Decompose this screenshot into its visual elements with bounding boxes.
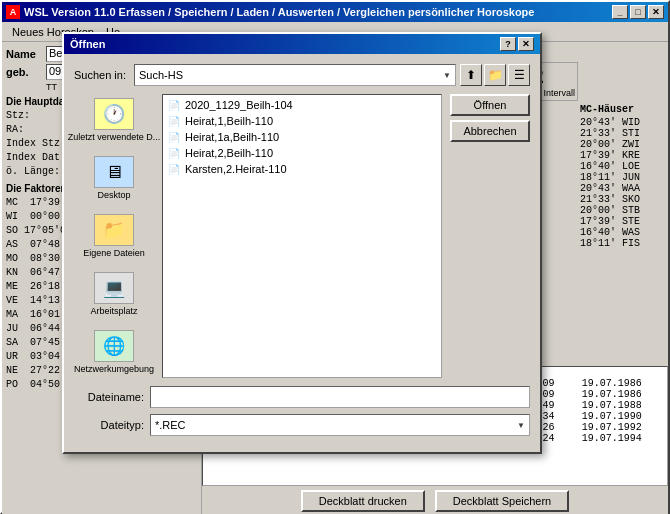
file-item-0[interactable]: 📄 2020_1129_Beilh-104 — [165, 97, 439, 113]
file-icon-2: 📄 — [167, 130, 181, 144]
mc-item-1: 21°33' STI — [580, 128, 666, 139]
dialog-main-area: 🕐 Zuletzt verwendete D... 🖥 Desktop 📁 Ei… — [74, 94, 530, 378]
print-button[interactable]: Deckblatt drucken — [301, 490, 425, 512]
dateityp-arrow: ▼ — [517, 421, 525, 430]
dialog-title-bar: Öffnen ? ✕ — [64, 34, 540, 54]
mc-item-11: 18°11' FIS — [580, 238, 666, 249]
dateiname-input[interactable] — [150, 386, 530, 408]
nav-icon-computer[interactable]: 💻 Arbeitsplatz — [74, 268, 154, 320]
file-name-3: Heirat,2,Beilh-110 — [185, 147, 273, 159]
file-name-1: Heirat,1,Beilh-110 — [185, 115, 273, 127]
action-buttons: Öffnen Abbrechen — [450, 94, 530, 378]
suchen-label: Suchen in: — [74, 69, 126, 81]
file-item-1[interactable]: 📄 Heirat,1,Beilh-110 — [165, 113, 439, 129]
dateityp-dropdown[interactable]: *.REC ▼ — [150, 414, 530, 436]
dialog-window: Öffnen ? ✕ Suchen in: Such-HS ▼ ⬆ 📁 ☰ — [62, 32, 542, 454]
maximize-button[interactable]: □ — [630, 5, 646, 19]
nav-icon-desktop[interactable]: 🖥 Desktop — [74, 152, 154, 204]
file-name-0: 2020_1129_Beilh-104 — [185, 99, 293, 111]
suchen-row: Suchen in: Such-HS ▼ ⬆ 📁 ☰ — [74, 64, 530, 86]
intervall-label: Intervall — [543, 88, 575, 98]
mc-item-8: 20°00' STB — [580, 205, 666, 216]
nav-icon-network[interactable]: 🌐 Netzwerkumgebung — [74, 326, 154, 378]
save-button[interactable]: Deckblatt Speichern — [435, 490, 569, 512]
nav-icon-my-files[interactable]: 📁 Eigene Dateien — [74, 210, 154, 262]
dateiname-label: Dateiname: — [74, 391, 144, 403]
network-icon: 🌐 — [94, 330, 134, 362]
cancel-button[interactable]: Abbrechen — [450, 120, 530, 142]
computer-icon: 💻 — [94, 272, 134, 304]
my-files-label: Eigene Dateien — [83, 248, 145, 258]
recent-label: Zuletzt verwendete D... — [68, 132, 161, 142]
mc-item-5: 18°11' JUN — [580, 172, 666, 183]
tt-label: TT — [46, 82, 57, 92]
geb-label: geb. — [6, 66, 46, 78]
mc-item-9: 17°39' STE — [580, 216, 666, 227]
mc-title: MC-Häuser — [580, 104, 666, 115]
my-files-icon: 📁 — [94, 214, 134, 246]
dialog-body: Suchen in: Such-HS ▼ ⬆ 📁 ☰ 🕐 Zuletzt — [64, 54, 540, 452]
suchen-dropdown[interactable]: Such-HS ▼ — [134, 64, 456, 86]
bottom-buttons: Deckblatt drucken Deckblatt Speichern — [202, 490, 668, 512]
file-icon-0: 📄 — [167, 98, 181, 112]
suchen-toolbar: ⬆ 📁 ☰ — [460, 64, 530, 86]
mc-item-10: 16°40' WAS — [580, 227, 666, 238]
view-button[interactable]: ☰ — [508, 64, 530, 86]
file-icon-4: 📄 — [167, 162, 181, 176]
dateityp-value: *.REC — [155, 419, 186, 431]
nav-icon-recent[interactable]: 🕐 Zuletzt verwendete D... — [74, 94, 154, 146]
recent-icon: 🕐 — [94, 98, 134, 130]
mc-haeuser-panel: MC-Häuser 20°43' WID 21°33' STI 20°00' Z… — [578, 102, 668, 251]
new-folder-button[interactable]: 📁 — [484, 64, 506, 86]
dateityp-row: Dateityp: *.REC ▼ — [74, 414, 530, 436]
nav-icons-panel: 🕐 Zuletzt verwendete D... 🖥 Desktop 📁 Ei… — [74, 94, 154, 378]
close-button[interactable]: ✕ — [648, 5, 664, 19]
dateityp-label: Dateityp: — [74, 419, 144, 431]
dialog-title: Öffnen — [70, 38, 500, 50]
file-name-4: Karsten,2.Heirat-110 — [185, 163, 287, 175]
app-icon: A — [6, 5, 20, 19]
dialog-help-button[interactable]: ? — [500, 37, 516, 51]
file-icon-3: 📄 — [167, 146, 181, 160]
computer-label: Arbeitsplatz — [90, 306, 137, 316]
mc-item-7: 21°33' SKO — [580, 194, 666, 205]
mc-item-3: 17°39' KRE — [580, 150, 666, 161]
mc-item-0: 20°43' WID — [580, 117, 666, 128]
dialog-close-button[interactable]: ✕ — [518, 37, 534, 51]
desktop-icon: 🖥 — [94, 156, 134, 188]
suchen-value: Such-HS — [139, 69, 183, 81]
app-title: WSL Version 11.0 Erfassen / Speichern / … — [24, 6, 612, 18]
file-item-3[interactable]: 📄 Heirat,2,Beilh-110 — [165, 145, 439, 161]
mc-item-2: 20°00' ZWI — [580, 139, 666, 150]
title-bar: A WSL Version 11.0 Erfassen / Speichern … — [2, 2, 668, 22]
open-button[interactable]: Öffnen — [450, 94, 530, 116]
mc-item-6: 20°43' WAA — [580, 183, 666, 194]
network-label: Netzwerkumgebung — [74, 364, 154, 374]
minimize-button[interactable]: _ — [612, 5, 628, 19]
file-item-4[interactable]: 📄 Karsten,2.Heirat-110 — [165, 161, 439, 177]
title-bar-buttons: _ □ ✕ — [612, 5, 664, 19]
file-item-2[interactable]: 📄 Heirat,1a,Beilh-110 — [165, 129, 439, 145]
up-folder-button[interactable]: ⬆ — [460, 64, 482, 86]
file-icon-1: 📄 — [167, 114, 181, 128]
name-label: Name — [6, 48, 46, 60]
app-window: A WSL Version 11.0 Erfassen / Speichern … — [0, 0, 670, 514]
dialog-title-buttons: ? ✕ — [500, 37, 534, 51]
suchen-dropdown-arrow: ▼ — [443, 71, 451, 80]
file-name-2: Heirat,1a,Beilh-110 — [185, 131, 279, 143]
desktop-label: Desktop — [97, 190, 130, 200]
dateiname-row: Dateiname: — [74, 386, 530, 408]
mc-item-4: 16°40' LOE — [580, 161, 666, 172]
file-list[interactable]: 📄 2020_1129_Beilh-104 📄 Heirat,1,Beilh-1… — [162, 94, 442, 378]
